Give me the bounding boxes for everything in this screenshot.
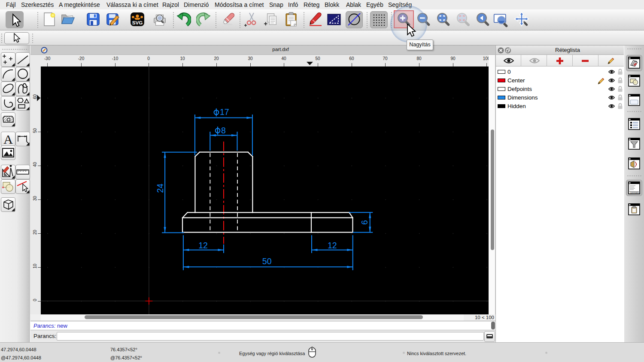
svg-text:6: 6 (360, 220, 369, 225)
svg-text:8: 8 (221, 126, 226, 135)
svg-text:50: 50 (262, 256, 272, 266)
svg-text:12: 12 (328, 241, 337, 250)
svg-text:command: command (630, 192, 639, 194)
svg-text:SVG: SVG (132, 20, 143, 25)
svg-text:24: 24 (155, 184, 165, 193)
svg-text:17: 17 (220, 107, 229, 117)
svg-text:A: A (3, 132, 13, 146)
svg-text:12: 12 (198, 241, 208, 250)
